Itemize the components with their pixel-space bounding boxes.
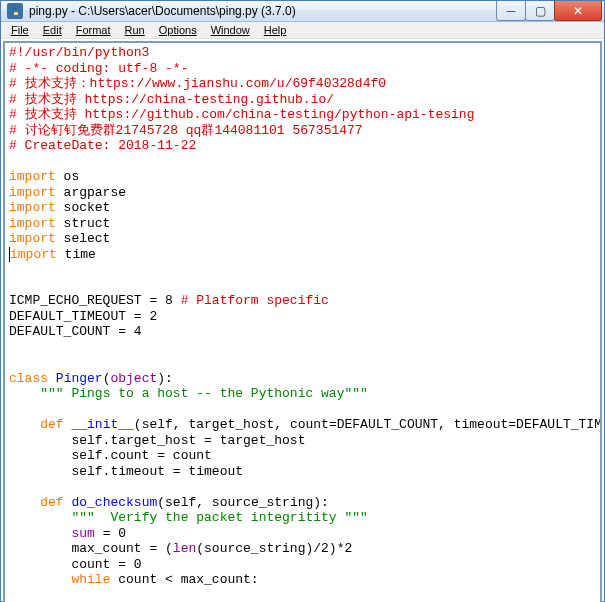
code-line: # 技术支持：https://www.jianshu.com/u/69f4032… — [9, 76, 596, 92]
code-line: import socket — [9, 200, 596, 216]
menu-file-label: File — [11, 24, 29, 36]
code-line — [9, 340, 596, 356]
code-line: #!/usr/bin/python3 — [9, 45, 596, 61]
code-line: def do_checksum(self, source_string): — [9, 495, 596, 511]
menu-window[interactable]: Window — [205, 22, 256, 38]
code-line — [9, 154, 596, 170]
code-line: max_count = (len(source_string)/2)*2 — [9, 541, 596, 557]
code-line: """ Pings to a host -- the Pythonic way"… — [9, 386, 596, 402]
window-title: ping.py - C:\Users\acer\Documents\ping.p… — [29, 4, 497, 18]
code-line: count = 0 — [9, 557, 596, 573]
code-line: self.count = count — [9, 448, 596, 464]
code-line: self.target_host = target_host — [9, 433, 596, 449]
menu-window-label: Window — [211, 24, 250, 36]
code-line: # 技术支持 https://github.com/china-testing/… — [9, 107, 596, 123]
code-line — [9, 278, 596, 294]
menu-options-label: Options — [159, 24, 197, 36]
menu-format[interactable]: Format — [70, 22, 117, 38]
code-line: # CreateDate: 2018-11-22 — [9, 138, 596, 154]
editor-frame: #!/usr/bin/python3# -*- coding: utf-8 -*… — [3, 41, 602, 602]
code-line — [9, 588, 596, 603]
minimize-button[interactable]: ─ — [496, 1, 526, 21]
code-line: """ Verify the packet integritity """ — [9, 510, 596, 526]
menu-file[interactable]: File — [5, 22, 35, 38]
menu-help-label: Help — [264, 24, 287, 36]
code-line: class Pinger(object): — [9, 371, 596, 387]
code-editor[interactable]: #!/usr/bin/python3# -*- coding: utf-8 -*… — [5, 43, 600, 602]
window-controls: ─ ▢ ✕ — [497, 1, 602, 21]
code-line: self.timeout = timeout — [9, 464, 596, 480]
menu-edit[interactable]: Edit — [37, 22, 68, 38]
code-line: DEFAULT_TIMEOUT = 2 — [9, 309, 596, 325]
menu-run[interactable]: Run — [119, 22, 151, 38]
code-line: import struct — [9, 216, 596, 232]
code-line: # -*- coding: utf-8 -*- — [9, 61, 596, 77]
code-line — [9, 262, 596, 278]
code-line: sum = 0 — [9, 526, 596, 542]
code-line — [9, 355, 596, 371]
code-line — [9, 479, 596, 495]
code-line: def __init__(self, target_host, count=DE… — [9, 417, 596, 433]
maximize-button[interactable]: ▢ — [525, 1, 555, 21]
titlebar[interactable]: ping.py - C:\Users\acer\Documents\ping.p… — [1, 1, 604, 22]
code-line: # 讨论钉钉免费群21745728 qq群144081101 567351477 — [9, 123, 596, 139]
code-line: while count < max_count: — [9, 572, 596, 588]
menu-run-label: Run — [125, 24, 145, 36]
code-line: import select — [9, 231, 596, 247]
close-button[interactable]: ✕ — [554, 1, 602, 21]
menu-format-label: Format — [76, 24, 111, 36]
menu-options[interactable]: Options — [153, 22, 203, 38]
code-line: DEFAULT_COUNT = 4 — [9, 324, 596, 340]
menubar: File Edit Format Run Options Window Help — [1, 22, 604, 39]
menu-help[interactable]: Help — [258, 22, 293, 38]
code-line: ICMP_ECHO_REQUEST = 8 # Platform specifi… — [9, 293, 596, 309]
code-line: import time — [9, 247, 596, 263]
menu-edit-label: Edit — [43, 24, 62, 36]
python-icon — [7, 3, 23, 19]
code-line — [9, 402, 596, 418]
code-line: import argparse — [9, 185, 596, 201]
code-line: # 技术支持 https://china-testing.github.io/ — [9, 92, 596, 108]
idle-window: ping.py - C:\Users\acer\Documents\ping.p… — [0, 0, 605, 602]
code-line: import os — [9, 169, 596, 185]
